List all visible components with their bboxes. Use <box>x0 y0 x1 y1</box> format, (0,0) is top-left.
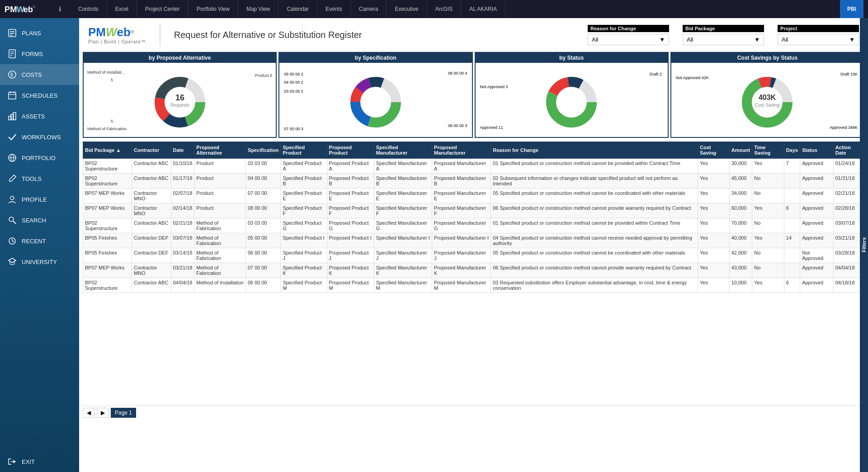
profile-icon <box>7 194 17 204</box>
top-navigation: PM W eb ® ℹ Controls Excel Project Cente… <box>0 0 868 18</box>
svg-text:eb: eb <box>24 5 33 14</box>
donut-chart-3 <box>526 71 617 129</box>
sidebar-item-recent[interactable]: RECENT <box>0 231 79 251</box>
filter-select-bid[interactable]: All ▼ <box>683 34 764 45</box>
table-row[interactable]: BP02 SuperstructureContractor ABC01/10/1… <box>83 159 864 174</box>
filter-select-reason[interactable]: All ▼ <box>588 34 669 45</box>
th-date[interactable]: Date <box>171 142 194 159</box>
ann-06: 06 00 00 3 <box>448 123 467 128</box>
table-cell: Proposed Manufacturer B <box>432 174 491 189</box>
table-cell: Yes <box>698 203 730 218</box>
sidebar-item-plans[interactable]: PLANS <box>0 23 79 43</box>
table-cell: Product <box>194 203 246 218</box>
th-status[interactable]: Status <box>800 142 834 159</box>
nav-arcgis[interactable]: ArcGIS <box>427 0 461 18</box>
ann-03: 03 03 00 2 <box>284 89 303 94</box>
th-cost-saving[interactable]: Cost Saving <box>698 142 730 159</box>
schedules-icon <box>7 90 17 100</box>
table-cell: Contractor ABC <box>132 174 171 189</box>
sidebar-item-tools[interactable]: TOOLS <box>0 168 79 189</box>
svg-text:16: 16 <box>175 93 184 102</box>
sidebar-item-profile[interactable]: PROFILE <box>0 189 79 210</box>
th-specified-product[interactable]: Specified Product <box>281 142 327 159</box>
logo[interactable]: PM W eb ® <box>5 3 50 15</box>
nav-pbi[interactable]: PBI <box>840 0 863 18</box>
filters-panel[interactable]: Filters <box>860 18 868 472</box>
th-bid-package[interactable]: Bid Package ▲ <box>83 142 132 159</box>
table-cell: Method of Fabrication <box>194 218 246 233</box>
sidebar-item-schedules[interactable]: SCHEDULES <box>0 85 79 106</box>
th-proposed-product[interactable]: Proposed Product <box>327 142 374 159</box>
info-icon[interactable]: ℹ <box>59 5 61 13</box>
nav-project-center[interactable]: Project Center <box>137 0 189 18</box>
page-1-btn[interactable]: Page 1 <box>111 408 136 418</box>
costs-icon: $ <box>7 70 17 80</box>
nav-map-view[interactable]: Map View <box>238 0 278 18</box>
th-reason[interactable]: Reason for Change <box>491 142 698 159</box>
data-table-container[interactable]: Bid Package ▲ Contractor Date Proposed A… <box>83 142 864 406</box>
next-page-btn[interactable]: ▶ <box>97 408 109 418</box>
table-cell: Specified Manufacturer I <box>374 233 432 248</box>
table-cell: 43,000 <box>729 263 752 278</box>
table-row[interactable]: BP07 MEP WorksContractor MNO02/14/18Prod… <box>83 203 864 218</box>
recent-label: RECENT <box>22 238 46 245</box>
th-specification[interactable]: Specification <box>245 142 280 159</box>
table-cell: Specified Product F <box>281 203 327 218</box>
table-cell: Contractor MNO <box>132 203 171 218</box>
th-proposed-mfr[interactable]: Proposed Manufacturer <box>432 142 491 159</box>
nav-events[interactable]: Events <box>317 0 351 18</box>
th-amount[interactable]: Amount <box>729 142 752 159</box>
nav-alakaria[interactable]: AL AKARIA <box>461 0 505 18</box>
th-days[interactable]: Days <box>784 142 800 159</box>
filter-label-reason: Reason for Change <box>588 25 669 32</box>
assets-label: ASSETS <box>22 113 45 120</box>
filter-bid-package: Bid Package All ▼ <box>683 25 764 45</box>
table-row[interactable]: BP02 SuperstructureContractor ABC04/04/1… <box>83 278 864 293</box>
table-row[interactable]: BP07 MEP WorksContractor MNO03/21/18Meth… <box>83 263 864 278</box>
th-proposed-alt[interactable]: Proposed Alternative <box>194 142 246 159</box>
table-cell: Specified Product J <box>281 248 327 263</box>
annotation-5-2: 5 <box>111 119 113 123</box>
svg-text:PM: PM <box>5 5 17 14</box>
table-cell <box>784 174 800 189</box>
nav-excel[interactable]: Excel <box>107 0 137 18</box>
table-cell: Specified Product I <box>281 233 327 248</box>
table-cell: Proposed Manufacturer J <box>432 248 491 263</box>
table-row[interactable]: BP02 SuperstructureContractor ABC01/17/1… <box>83 174 864 189</box>
table-row[interactable]: BP02 SuperstructureContractor ABC02/21/1… <box>83 218 864 233</box>
filter-select-project[interactable]: All ▼ <box>778 34 859 45</box>
sidebar-item-forms[interactable]: FORMS <box>0 43 79 64</box>
table-cell: 6 <box>784 278 800 293</box>
th-contractor[interactable]: Contractor <box>132 142 171 159</box>
th-specified-mfr[interactable]: Specified Manufacturer <box>374 142 432 159</box>
sort-icon: ▲ <box>116 147 121 153</box>
sidebar-item-exit[interactable]: EXIT <box>0 451 79 472</box>
nav-portfolio-view[interactable]: Portfolio View <box>189 0 238 18</box>
table-cell: Specified Manufacturer F <box>374 203 432 218</box>
nav-controls[interactable]: Controls <box>70 0 107 18</box>
table-row[interactable]: BP07 MEP WorksContractor MNO02/07/18Prod… <box>83 189 864 203</box>
th-time-saving[interactable]: Time Saving <box>752 142 784 159</box>
ann-approved: Approved 11 <box>480 125 503 130</box>
prev-page-btn[interactable]: ◀ <box>83 408 95 418</box>
table-cell: Approved <box>800 233 834 248</box>
forms-label: FORMS <box>22 51 43 57</box>
sidebar-item-search[interactable]: SEARCH <box>0 210 79 231</box>
table-cell: 05 00 00 <box>245 233 280 248</box>
nav-executive[interactable]: Executive <box>387 0 427 18</box>
nav-calendar[interactable]: Calendar <box>278 0 317 18</box>
sidebar-item-assets[interactable]: ASSETS <box>0 106 79 127</box>
table-cell: 04/04/18 <box>171 278 194 293</box>
table-cell: Specified Product K <box>281 263 327 278</box>
sidebar-item-university[interactable]: UNIVERSITY <box>0 251 79 272</box>
sidebar-item-workflows[interactable]: WORKFLOWS <box>0 127 79 147</box>
table-cell: Specified Manufacturer E <box>374 189 432 203</box>
table-row[interactable]: BP05 FinishesContractor DEF03/07/18Metho… <box>83 233 864 248</box>
sidebar-item-portfolio[interactable]: PORTFOLIO <box>0 147 79 168</box>
nav-camera[interactable]: Camera <box>351 0 387 18</box>
logo-eb: eb <box>117 25 131 39</box>
sidebar-item-costs[interactable]: $ COSTS <box>0 64 79 85</box>
table-cell: 06 00 00 <box>245 248 280 263</box>
chart-container-4: 403K Cost Saving Not Approved 42K Draft … <box>675 66 860 133</box>
table-row[interactable]: BP05 FinishesContractor DEF03/14/18Metho… <box>83 248 864 263</box>
